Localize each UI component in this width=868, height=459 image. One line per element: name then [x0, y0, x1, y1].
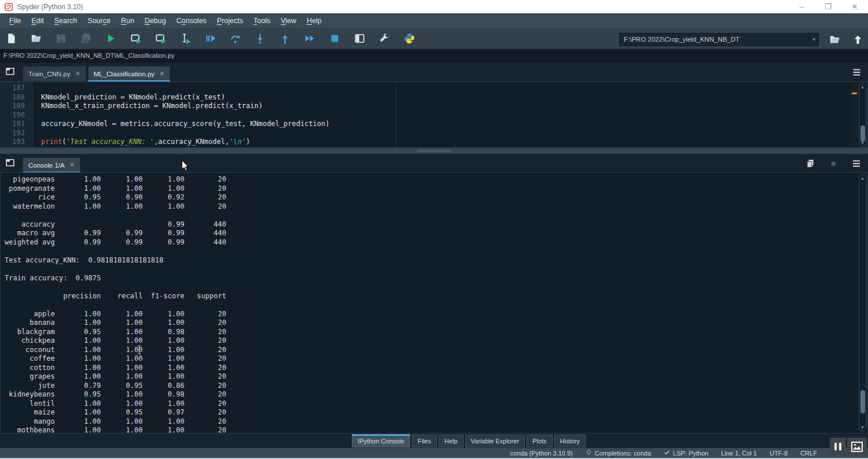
scroll-up-icon[interactable]: ▲ — [859, 84, 866, 90]
continue-icon[interactable] — [302, 31, 318, 46]
code-line-190 — [41, 111, 849, 120]
close-icon[interactable]: ✕ — [75, 70, 80, 77]
status-crlf: CRLF — [800, 450, 817, 457]
menu-tools[interactable]: Tools — [248, 15, 275, 27]
code-token: accuracy_KNmodel = metrics.accuracy_scor… — [41, 120, 330, 128]
working-directory-group: F:\PRO 2022\Crop_yield_KNN_NB_DT ▾ — [619, 32, 865, 46]
chevron-down-icon[interactable]: ▾ — [809, 36, 818, 42]
splitter-handle[interactable] — [417, 150, 451, 152]
menu-search[interactable]: Search — [49, 15, 83, 27]
code-token: print — [41, 138, 62, 146]
close-button[interactable]: ✕ — [841, 0, 868, 13]
code-token: KNmodel_prediction = KNmodel.predict(x_t… — [41, 93, 225, 101]
status-completions-conda: Completions: conda — [586, 449, 651, 457]
plugin-tab-ipython-console[interactable]: IPython Console — [352, 435, 410, 447]
console-vertical-scrollbar[interactable]: ▲ ▼ — [859, 175, 866, 431]
new-console-icon[interactable] — [806, 159, 816, 168]
parent-directory-button[interactable] — [850, 32, 865, 46]
tab-train-cnn-py[interactable]: Train_CNN.py✕ — [23, 66, 86, 81]
restore-button[interactable]: ❐ — [815, 0, 841, 13]
image-icon — [851, 442, 863, 452]
browse-directory-button[interactable] — [827, 32, 842, 46]
tab-ml-classification-py[interactable]: ML_Classification.py✕ — [88, 66, 171, 81]
menu-bar: FileEditSearchSourceRunDebugConsolesProj… — [0, 13, 868, 28]
step-over-icon[interactable] — [227, 31, 243, 46]
tab-console-1a[interactable]: Console 1/A ✕ — [23, 157, 80, 172]
browse-tabs-icon[interactable] — [5, 66, 18, 78]
plugin-tab-files[interactable]: Files — [412, 435, 437, 447]
step-return-icon[interactable] — [277, 31, 293, 46]
working-directory-combobox[interactable]: F:\PRO 2022\Crop_yield_KNN_NB_DT ▾ — [619, 33, 819, 46]
code-area[interactable]: KNmodel_prediction = KNmodel.predict(x_t… — [33, 82, 849, 147]
menu-debug[interactable]: Debug — [139, 15, 171, 27]
new-file-icon[interactable] — [3, 31, 19, 46]
code-token: 'Test accuracy_KNN: ' — [66, 138, 154, 146]
file-path-bar: F:\PRO 2022\Crop_yield_KNN_NB_DT\ML_Clas… — [0, 49, 868, 62]
run-cell-advance-icon[interactable] — [153, 31, 168, 46]
completions-icon — [586, 449, 592, 457]
max-line-guide — [396, 82, 396, 147]
editor-scroll-thumb[interactable] — [860, 125, 865, 142]
save-all-icon — [78, 31, 94, 46]
plugin-tab-plots[interactable]: Plots — [527, 435, 552, 447]
save-icon — [53, 31, 69, 46]
pythonpath-icon[interactable] — [402, 31, 417, 46]
status-label: Completions: conda — [595, 450, 651, 457]
code-line-188: KNmodel_prediction = KNmodel.predict(x_t… — [41, 93, 849, 102]
code-token: ' — [242, 138, 246, 146]
step-into-icon[interactable] — [252, 31, 268, 46]
close-icon[interactable]: ✕ — [69, 161, 75, 169]
open-file-icon[interactable] — [28, 31, 44, 46]
console-actions — [806, 159, 868, 168]
debug-file-icon[interactable] — [203, 31, 218, 46]
scroll-up-icon[interactable]: ▲ — [859, 176, 866, 181]
run-selection-icon[interactable] — [178, 31, 193, 46]
code-editor[interactable]: 187188189190191192193 KNmodel_prediction… — [0, 82, 868, 148]
close-icon[interactable]: ✕ — [159, 70, 164, 77]
ipython-console-output[interactable]: pigeonpeas 1.00 1.00 1.00 20 pomegranate… — [0, 172, 868, 434]
line-number: 187 — [0, 84, 32, 93]
scroll-flag-column — [851, 83, 858, 146]
editor-vertical-scrollbar[interactable]: ▲ ▼ — [859, 83, 866, 147]
menu-view[interactable]: View — [275, 15, 301, 27]
scroll-down-icon[interactable]: ▼ — [859, 425, 866, 430]
console-options-menu-icon[interactable] — [852, 159, 862, 168]
preferences-icon[interactable] — [377, 31, 392, 46]
interrupt-kernel-icon[interactable] — [829, 159, 839, 168]
menu-consoles[interactable]: Consoles — [171, 15, 212, 27]
menu-help[interactable]: Help — [301, 15, 327, 27]
change-marker — [852, 92, 857, 94]
plugin-tab-history[interactable]: History — [554, 435, 586, 447]
menu-file[interactable]: File — [4, 15, 26, 27]
run-cell-icon[interactable] — [128, 31, 144, 46]
editor-tabs: Train_CNN.py✕ML_Classification.py✕ — [23, 66, 172, 81]
plugin-tab-help[interactable]: Help — [439, 435, 464, 447]
console-tab-bar: Console 1/A ✕ — [0, 154, 868, 172]
code-token: KNmodel_x_train_prediction = KNmodel.pre… — [41, 102, 263, 110]
plugin-tab-variable-explorer[interactable]: Variable Explorer — [465, 435, 525, 447]
window-controls: –❐✕ — [788, 0, 868, 13]
maximize-pane-icon[interactable] — [352, 31, 367, 46]
working-directory-value: F:\PRO 2022\Crop_yield_KNN_NB_DT — [620, 36, 809, 43]
menu-run[interactable]: Run — [116, 15, 139, 27]
current-file-path: F:\PRO 2022\Crop_yield_KNN_NB_DT\ML_Clas… — [3, 52, 174, 59]
scroll-down-icon[interactable]: ▼ — [859, 140, 866, 146]
line-number: 192 — [0, 129, 32, 138]
title-bar: Spyder (Python 3.10) –❐✕ — [0, 0, 868, 13]
run-file-icon[interactable] — [103, 31, 119, 46]
editor-horizontal-scrollbar[interactable] — [0, 148, 868, 154]
console-scroll-thumb[interactable] — [860, 390, 865, 413]
status-line-1-col-1: Line 1, Col 1 — [721, 450, 757, 457]
minimize-button[interactable]: – — [788, 0, 815, 13]
recorder-pause-button[interactable] — [830, 438, 846, 456]
menu-projects[interactable]: Projects — [212, 15, 248, 27]
editor-options-menu-icon[interactable] — [852, 68, 862, 76]
tab-label: Train_CNN.py — [28, 71, 70, 77]
stop-icon[interactable] — [327, 31, 343, 46]
menu-edit[interactable]: Edit — [26, 15, 49, 27]
recorder-snapshot-button[interactable] — [847, 438, 867, 456]
status-label: CRLF — [800, 450, 817, 457]
menu-source[interactable]: Source — [82, 15, 116, 27]
status-label: conda (Python 3.10.9) — [510, 450, 573, 457]
browse-tabs-icon[interactable] — [5, 158, 18, 169]
